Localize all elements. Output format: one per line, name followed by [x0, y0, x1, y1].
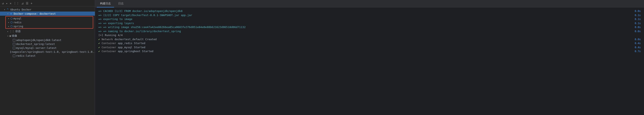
layout-icon[interactable]: ☰: [26, 1, 29, 5]
arrow-closed-icon: [8, 21, 10, 24]
log-line-container-redis: ✔ Container app_redis Started 0.4s: [98, 41, 641, 45]
log-text: ✔ Container app_mysql Started: [98, 45, 632, 49]
log-text: => exporting to image: [98, 17, 632, 21]
log-text: => => writing image sha256:cee47a42ee862…: [98, 25, 632, 29]
service-spring-label: spring: [14, 25, 23, 28]
sidebar-toolbar: ↺ ✦ ✕ ⋮⋮ ⊿ ☰ +: [0, 0, 95, 6]
services-box: ⬡ mysql ⬡ redis ⬡ spring: [5, 16, 93, 29]
tree-service-mysql[interactable]: ⬡ mysql: [6, 16, 93, 20]
arrow-closed-icon: [8, 17, 10, 20]
log-time: 0.0s: [632, 9, 641, 13]
bookmark-icon[interactable]: ✦: [5, 1, 8, 5]
images-label: 镜像: [12, 34, 17, 38]
arrow-icon: [3, 8, 6, 11]
images-icon: ▣: [10, 34, 11, 37]
log-time: 0.1s: [632, 21, 641, 25]
compose-label: Docker-compose: dockertest: [14, 12, 56, 15]
sidebar-tree: Ubuntu Docker ⊞ Docker-compose: dockerte…: [0, 6, 95, 115]
checkmark-icon: ✔: [98, 50, 102, 53]
tree-containers-section[interactable]: ⋮⋮ 容器: [0, 29, 95, 34]
service-mysql-label: mysql: [14, 17, 22, 20]
arrow-open-icon: [6, 12, 9, 15]
root-label: Ubuntu Docker: [10, 8, 32, 11]
log-text: [+] Running 4/4: [98, 33, 632, 37]
status-created: Created: [145, 38, 157, 41]
containers-label: 容器: [15, 29, 21, 33]
image-mysql-label: mysql/mysql-server:latest: [16, 46, 57, 49]
image-square-icon: [10, 51, 11, 53]
status-started: Started: [134, 46, 145, 49]
log-text: ✔ Container app_springboot Started: [98, 49, 632, 53]
log-time: 0.0s: [632, 29, 641, 33]
sidebar: ↺ ✦ ✕ ⋮⋮ ⊿ ☰ + Ubuntu Docker ⊞ Docker-co…: [0, 0, 95, 115]
tree-image-dockertest-spring[interactable]: dockertest_spring:latest: [0, 42, 95, 46]
tab-build-log[interactable]: 构建日志: [97, 0, 114, 7]
image-square-icon: [13, 47, 15, 49]
tree-service-redis[interactable]: ⬡ redis: [6, 20, 93, 24]
log-line-network: ✔ Network dockertest_default Created 0.0…: [98, 37, 641, 41]
log-text: => => exporting layers: [98, 21, 632, 25]
network-name: dockertest_default: [114, 38, 144, 41]
log-time: 0.1s: [632, 17, 641, 21]
log-line: => => exporting layers 0.1s: [98, 21, 641, 25]
group-icon[interactable]: ⋮⋮: [13, 1, 20, 5]
filter-icon[interactable]: ⊿: [21, 1, 24, 5]
tree-service-spring[interactable]: ⬡ spring: [6, 24, 93, 28]
log-line-running: [+] Running 4/4: [98, 33, 641, 37]
log-line: => exporting to image 0.1s: [98, 17, 641, 21]
log-text: => => naming to docker.io/library/docker…: [98, 29, 632, 33]
log-time: 0.7s: [632, 49, 641, 53]
log-time: 0.1s: [632, 13, 641, 17]
log-line: => [2/2] COPY target/DockerTest-0.0.1-SN…: [98, 13, 641, 17]
compose-icon: ⊞: [10, 12, 13, 15]
separator-icon: Network: [102, 38, 115, 41]
add-icon[interactable]: +: [30, 1, 33, 5]
log-time: 0.4s: [632, 41, 641, 45]
tree-root-ubuntu-docker[interactable]: Ubuntu Docker: [0, 7, 95, 11]
tree-image-openjdk[interactable]: adoptopenjdk/openjdk8:latest: [0, 38, 95, 42]
arrow-containers-icon: [6, 30, 9, 33]
arrow-images-icon: [6, 35, 9, 37]
tree-image-mysql[interactable]: mysql/mysql-server:latest: [0, 46, 95, 50]
close-icon[interactable]: ✕: [9, 1, 12, 5]
tree-image-nagocoler[interactable]: nagocoler/springboot-test:1.0, springboo…: [0, 50, 95, 54]
tree-compose-dockertest[interactable]: ⊞ Docker-compose: dockertest: [0, 11, 95, 16]
checkmark-icon: ✔: [98, 38, 102, 41]
checkmark-icon: ✔: [98, 42, 102, 45]
log-area[interactable]: => CACHED [1/2] FROM docker.io/adoptopen…: [95, 7, 644, 115]
log-text: => [2/2] COPY target/DockerTest-0.0.1-SN…: [98, 13, 632, 17]
log-time: 0.4s: [632, 46, 641, 49]
log-text: ✔ Network dockertest_default Created: [98, 37, 632, 41]
image-openjdk-label: adoptopenjdk/openjdk8:latest: [16, 38, 62, 42]
tree-image-redis[interactable]: redis:latest: [0, 54, 95, 58]
image-redis-label: redis:latest: [16, 54, 36, 57]
container-name: app_springboot: [118, 50, 140, 53]
status-started: Started: [134, 42, 145, 45]
log-line: => => writing image sha256:cee47a42ee862…: [98, 25, 641, 29]
image-square-icon: [13, 55, 15, 57]
refresh-icon[interactable]: ↺: [2, 1, 4, 5]
log-time: 0.0s: [632, 37, 641, 41]
arrow-closed-icon: [8, 25, 10, 28]
log-line-container-springboot: ✔ Container app_springboot Started 0.7s: [98, 49, 641, 53]
log-line-container-mysql: ✔ Container app_mysql Started 0.4s: [98, 45, 641, 49]
main-content: 构建日志 日志 => CACHED [1/2] FROM docker.io/a…: [95, 0, 644, 115]
separator-icon: Container: [102, 42, 118, 45]
container-icon-mysql: ⬡: [10, 17, 12, 20]
tab-bar: 构建日志 日志: [95, 0, 644, 7]
separator-icon: Container: [102, 46, 118, 49]
image-dockertest-spring-label: dockertest_spring:latest: [16, 42, 55, 46]
log-time: 0.0s: [632, 25, 641, 29]
checkmark-icon: ✔: [98, 46, 102, 49]
image-nagocoler-label: nagocoler/springboot-test:1.0, springboo…: [12, 50, 95, 53]
container-icon-spring: ⬡: [10, 25, 12, 28]
log-line: => CACHED [1/2] FROM docker.io/adoptopen…: [98, 9, 641, 13]
tree-images-section[interactable]: ▣ 镜像: [0, 34, 95, 38]
service-redis-label: redis: [14, 21, 22, 24]
image-square-icon: [13, 39, 15, 41]
container-icon-redis: ⬡: [10, 21, 12, 24]
tab-log[interactable]: 日志: [115, 0, 127, 7]
log-line: => => naming to docker.io/library/docker…: [98, 29, 641, 33]
separator-icon: Container: [102, 50, 118, 53]
status-started: Started: [142, 50, 153, 53]
